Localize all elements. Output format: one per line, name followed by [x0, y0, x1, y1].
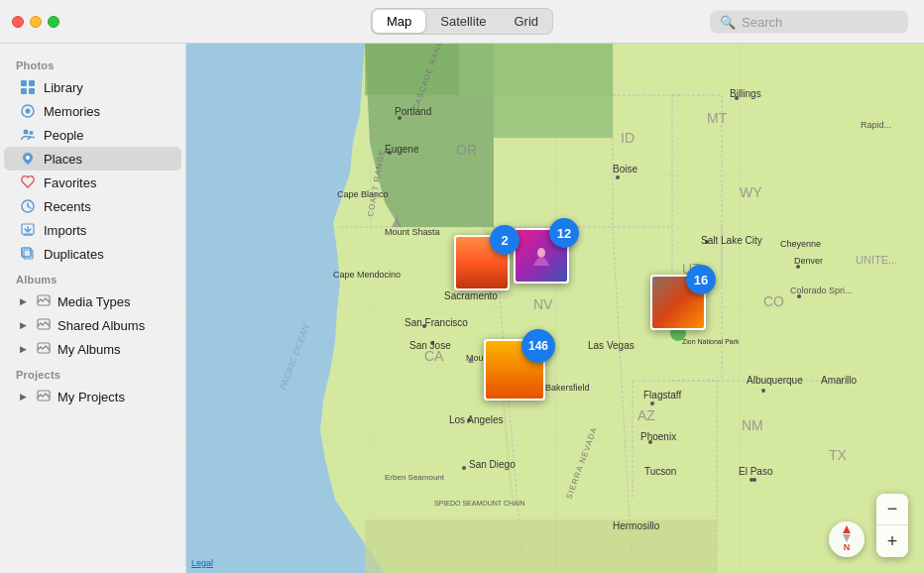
sidebar-item-favorites[interactable]: Favorites [4, 171, 181, 194]
svg-point-7 [30, 131, 34, 135]
svg-text:Sacramento: Sacramento [444, 290, 498, 301]
svg-point-111 [537, 248, 545, 258]
map-zoom-controls: − + [876, 494, 908, 557]
cluster-2[interactable]: 2 [454, 235, 510, 290]
map-svg: PACIFIC OCEAN [186, 44, 924, 573]
svg-text:Tucson: Tucson [644, 466, 676, 477]
zoom-in-button[interactable]: + [876, 525, 908, 557]
sidebar-item-memories[interactable]: Memories [4, 99, 181, 123]
shared-albums-icon [36, 317, 52, 333]
svg-rect-3 [29, 88, 35, 94]
map-container[interactable]: PACIFIC OCEAN [186, 44, 924, 573]
svg-text:Billings: Billings [730, 88, 761, 99]
zoom-out-button[interactable]: − [876, 494, 908, 525]
sidebar: Photos Library Memories People Places [0, 44, 186, 573]
svg-text:ID: ID [621, 130, 635, 146]
sidebar-item-my-albums[interactable]: ▶ My Albums [4, 337, 181, 361]
svg-text:Boise: Boise [613, 164, 637, 174]
title-bar: Map Satellite Grid 🔍 [0, 0, 924, 44]
import-icon [20, 222, 36, 238]
svg-rect-0 [21, 80, 27, 86]
svg-rect-17 [22, 248, 31, 257]
svg-text:OR: OR [456, 142, 477, 158]
map-view-button[interactable]: Map [373, 10, 425, 33]
sidebar-label-my-albums: My Albums [58, 342, 121, 357]
search-bar[interactable]: 🔍 [710, 10, 908, 33]
svg-text:NM: NM [742, 417, 763, 433]
svg-text:Eugene: Eugene [385, 144, 419, 155]
svg-rect-1 [29, 80, 35, 86]
search-input[interactable] [742, 14, 898, 29]
projects-section-header: Projects [0, 361, 185, 385]
media-types-icon [36, 293, 52, 309]
svg-text:Cheyenne: Cheyenne [780, 239, 821, 249]
albums-section-header: Albums [0, 266, 185, 289]
svg-point-51 [616, 175, 620, 179]
sidebar-item-my-projects[interactable]: ▶ My Projects [4, 385, 181, 408]
svg-point-56 [650, 401, 654, 405]
svg-text:San Diego: San Diego [469, 459, 516, 470]
cluster-146[interactable]: 146 [484, 339, 545, 401]
clock-icon [20, 198, 36, 214]
sidebar-item-duplicates[interactable]: Duplicates [4, 242, 181, 266]
sidebar-label-library: Library [44, 80, 83, 95]
view-toggle-group: Map Satellite Grid [371, 8, 553, 35]
disclosure-arrow-media-types: ▶ [20, 296, 30, 306]
svg-text:SPIEDO SEAMOUNT CHAIN: SPIEDO SEAMOUNT CHAIN [434, 500, 525, 507]
sidebar-label-duplicates: Duplicates [44, 247, 104, 262]
svg-point-6 [24, 130, 29, 135]
sidebar-label-media-types: Media Types [58, 294, 130, 309]
sidebar-item-places[interactable]: Places [4, 147, 181, 171]
svg-text:NV: NV [533, 296, 553, 312]
photos-section-header: Photos [0, 52, 185, 75]
svg-text:San Francisco: San Francisco [404, 317, 468, 328]
compass-label: N [843, 543, 851, 553]
svg-text:Cape Mendocino: Cape Mendocino [333, 270, 401, 280]
svg-text:WY: WY [740, 184, 762, 200]
svg-text:Cape Blanco: Cape Blanco [337, 189, 389, 199]
sidebar-item-media-types[interactable]: ▶ Media Types [4, 289, 181, 313]
svg-text:AZ: AZ [637, 407, 655, 423]
cluster-12[interactable]: 12 [514, 228, 569, 284]
svg-text:Rapid...: Rapid... [861, 120, 891, 130]
sidebar-label-places: Places [44, 152, 82, 167]
disclosure-arrow-my-albums: ▶ [20, 344, 30, 354]
memories-icon [20, 103, 36, 119]
sidebar-item-recents[interactable]: Recents [4, 194, 181, 218]
svg-text:Colorado Spri...: Colorado Spri... [790, 286, 853, 295]
people-icon [20, 127, 36, 143]
sidebar-item-library[interactable]: Library [4, 75, 181, 99]
svg-text:El Paso: El Paso [739, 466, 773, 477]
sidebar-label-imports: Imports [44, 223, 86, 238]
svg-text:TX: TX [829, 447, 848, 463]
close-button[interactable] [12, 16, 24, 28]
sidebar-item-shared-albums[interactable]: ▶ Shared Albums [4, 313, 181, 337]
sidebar-label-my-projects: My Projects [58, 390, 125, 404]
svg-point-60 [750, 478, 753, 482]
maximize-button[interactable] [48, 16, 59, 28]
sidebar-label-people: People [44, 128, 83, 143]
svg-text:Erben Seamount: Erben Seamount [385, 473, 445, 482]
grid-view-button[interactable]: Grid [500, 9, 552, 34]
svg-text:Albuquerque: Albuquerque [747, 375, 803, 386]
heart-icon [20, 174, 36, 190]
my-albums-icon [36, 341, 52, 357]
svg-point-50 [462, 466, 466, 470]
cluster-16[interactable]: 16 [650, 275, 706, 330]
svg-text:CA: CA [424, 348, 444, 364]
sidebar-label-favorites: Favorites [44, 175, 96, 190]
sidebar-item-imports[interactable]: Imports [4, 218, 181, 242]
svg-text:Phoenix: Phoenix [640, 431, 676, 442]
cluster-12-count: 12 [557, 226, 571, 241]
duplicate-icon [20, 246, 36, 262]
photo-grid-icon [20, 79, 36, 95]
compass[interactable]: N [829, 521, 865, 557]
svg-text:Legal: Legal [191, 558, 213, 568]
my-projects-icon [36, 389, 52, 404]
satellite-view-button[interactable]: Satellite [426, 9, 500, 34]
sidebar-label-memories: Memories [44, 104, 100, 119]
sidebar-item-people[interactable]: People [4, 123, 181, 147]
disclosure-arrow-shared-albums: ▶ [20, 320, 30, 330]
traffic-lights [12, 16, 59, 28]
minimize-button[interactable] [30, 16, 42, 28]
